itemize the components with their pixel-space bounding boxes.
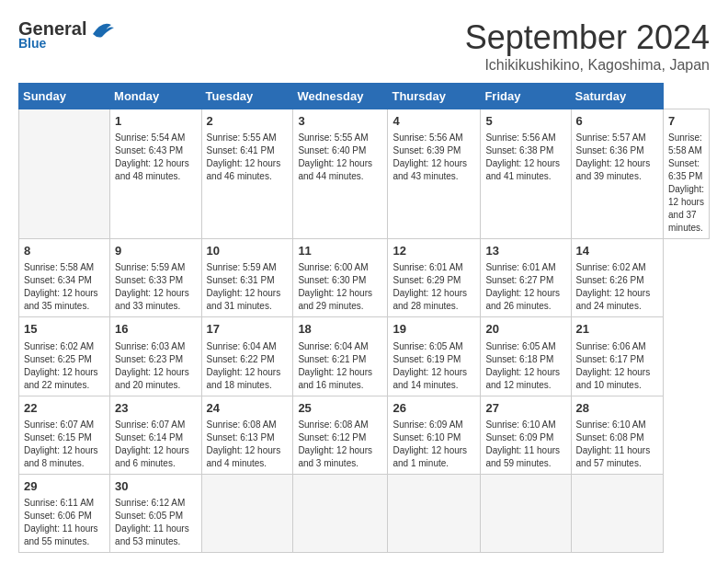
calendar-cell: 18Sunrise: 6:04 AMSunset: 6:21 PMDayligh… <box>293 317 388 396</box>
calendar-cell: 23Sunrise: 6:07 AMSunset: 6:14 PMDayligh… <box>110 396 201 474</box>
calendar-cell: 21Sunrise: 6:06 AMSunset: 6:17 PMDayligh… <box>571 317 663 396</box>
day-number: 8 <box>24 243 105 259</box>
calendar-cell: 1Sunrise: 5:54 AMSunset: 6:43 PMDaylight… <box>110 109 201 239</box>
day-number: 30 <box>115 478 196 495</box>
day-number: 19 <box>392 321 475 338</box>
calendar-cell <box>388 474 481 552</box>
calendar-cell: 15Sunrise: 6:02 AMSunset: 6:25 PMDayligh… <box>19 317 110 396</box>
calendar-cell: 28Sunrise: 6:10 AMSunset: 6:08 PMDayligh… <box>571 396 663 474</box>
day-number: 20 <box>485 321 565 338</box>
calendar-cell: 14Sunrise: 6:02 AMSunset: 6:26 PMDayligh… <box>571 239 663 317</box>
calendar-cell: 27Sunrise: 6:10 AMSunset: 6:09 PMDayligh… <box>481 396 571 474</box>
day-info: Sunrise: 5:57 AMSunset: 6:36 PMDaylight:… <box>576 132 658 183</box>
day-number: 4 <box>392 113 475 130</box>
day-number: 5 <box>485 113 565 130</box>
calendar-cell: 7Sunrise: 5:58 AMSunset: 6:35 PMDaylight… <box>664 109 710 239</box>
day-number: 28 <box>576 400 658 417</box>
weekday-header-thursday: Thursday <box>388 84 481 109</box>
day-number: 21 <box>576 321 658 338</box>
day-info: Sunrise: 5:58 AMSunset: 6:35 PMDaylight:… <box>668 132 704 235</box>
day-number: 27 <box>485 400 565 417</box>
day-number: 1 <box>115 113 196 130</box>
month-title: September 2024 <box>465 18 710 57</box>
day-info: Sunrise: 6:05 AMSunset: 6:18 PMDaylight:… <box>485 340 565 392</box>
day-number: 6 <box>576 113 658 130</box>
day-info: Sunrise: 6:08 AMSunset: 6:12 PMDaylight:… <box>298 419 382 470</box>
logo-bird-icon <box>88 20 116 39</box>
day-info: Sunrise: 5:55 AMSunset: 6:41 PMDaylight:… <box>207 132 289 183</box>
calendar-cell: 19Sunrise: 6:05 AMSunset: 6:19 PMDayligh… <box>388 317 481 396</box>
day-info: Sunrise: 6:06 AMSunset: 6:17 PMDaylight:… <box>576 340 658 392</box>
day-number: 11 <box>298 243 382 259</box>
logo: General Blue <box>18 18 116 51</box>
day-info: Sunrise: 5:59 AMSunset: 6:31 PMDaylight:… <box>207 261 289 313</box>
calendar-cell: 3Sunrise: 5:55 AMSunset: 6:40 PMDaylight… <box>293 109 388 239</box>
calendar-cell: 11Sunrise: 6:00 AMSunset: 6:30 PMDayligh… <box>293 239 388 317</box>
day-number: 12 <box>392 243 475 259</box>
day-number: 25 <box>298 400 382 417</box>
calendar-cell: 25Sunrise: 6:08 AMSunset: 6:12 PMDayligh… <box>293 396 388 474</box>
calendar-table: SundayMondayTuesdayWednesdayThursdayFrid… <box>18 83 710 553</box>
day-number: 24 <box>207 400 289 417</box>
day-info: Sunrise: 6:07 AMSunset: 6:15 PMDaylight:… <box>24 419 105 470</box>
calendar-cell <box>481 474 571 552</box>
calendar-cell <box>201 474 293 552</box>
day-info: Sunrise: 6:01 AMSunset: 6:27 PMDaylight:… <box>485 261 565 313</box>
day-info: Sunrise: 5:56 AMSunset: 6:38 PMDaylight:… <box>485 132 565 183</box>
calendar-cell <box>293 474 388 552</box>
day-info: Sunrise: 5:58 AMSunset: 6:34 PMDaylight:… <box>24 261 105 313</box>
day-info: Sunrise: 5:54 AMSunset: 6:43 PMDaylight:… <box>115 132 196 183</box>
day-number: 7 <box>668 113 704 130</box>
day-number: 16 <box>115 321 196 338</box>
day-number: 10 <box>207 243 289 259</box>
calendar-cell <box>571 474 663 552</box>
calendar-cell: 20Sunrise: 6:05 AMSunset: 6:18 PMDayligh… <box>481 317 571 396</box>
day-info: Sunrise: 6:11 AMSunset: 6:06 PMDaylight:… <box>24 497 105 548</box>
calendar-week-row: 29Sunrise: 6:11 AMSunset: 6:06 PMDayligh… <box>19 474 710 552</box>
page-header: General Blue September 2024 Ichikikushik… <box>18 18 710 74</box>
day-number: 17 <box>207 321 289 338</box>
day-info: Sunrise: 6:02 AMSunset: 6:25 PMDaylight:… <box>24 340 105 392</box>
calendar-cell: 24Sunrise: 6:08 AMSunset: 6:13 PMDayligh… <box>201 396 293 474</box>
day-number: 9 <box>115 243 196 259</box>
day-number: 15 <box>24 321 105 338</box>
calendar-cell: 29Sunrise: 6:11 AMSunset: 6:06 PMDayligh… <box>19 474 110 552</box>
calendar-week-row: 8Sunrise: 5:58 AMSunset: 6:34 PMDaylight… <box>19 239 710 317</box>
day-number: 3 <box>298 113 382 130</box>
title-block: September 2024 Ichikikushikino, Kagoshim… <box>465 18 710 74</box>
weekday-header-monday: Monday <box>110 84 201 109</box>
calendar-cell <box>19 109 110 239</box>
weekday-header-row: SundayMondayTuesdayWednesdayThursdayFrid… <box>19 84 710 109</box>
calendar-cell: 17Sunrise: 6:04 AMSunset: 6:22 PMDayligh… <box>201 317 293 396</box>
day-info: Sunrise: 6:02 AMSunset: 6:26 PMDaylight:… <box>576 261 658 313</box>
day-number: 14 <box>576 243 658 259</box>
calendar-cell: 6Sunrise: 5:57 AMSunset: 6:36 PMDaylight… <box>571 109 663 239</box>
calendar-cell: 10Sunrise: 5:59 AMSunset: 6:31 PMDayligh… <box>201 239 293 317</box>
weekday-header-tuesday: Tuesday <box>201 84 293 109</box>
weekday-header-saturday: Saturday <box>571 84 663 109</box>
calendar-week-row: 15Sunrise: 6:02 AMSunset: 6:25 PMDayligh… <box>19 317 710 396</box>
calendar-cell: 12Sunrise: 6:01 AMSunset: 6:29 PMDayligh… <box>388 239 481 317</box>
day-number: 26 <box>392 400 475 417</box>
day-info: Sunrise: 6:01 AMSunset: 6:29 PMDaylight:… <box>392 261 475 313</box>
day-number: 23 <box>115 400 196 417</box>
day-info: Sunrise: 6:00 AMSunset: 6:30 PMDaylight:… <box>298 261 382 313</box>
calendar-week-row: 1Sunrise: 5:54 AMSunset: 6:43 PMDaylight… <box>19 109 710 239</box>
day-number: 13 <box>485 243 565 259</box>
logo-blue-text: Blue <box>18 36 46 51</box>
calendar-cell: 22Sunrise: 6:07 AMSunset: 6:15 PMDayligh… <box>19 396 110 474</box>
day-info: Sunrise: 5:56 AMSunset: 6:39 PMDaylight:… <box>392 132 475 183</box>
weekday-header-sunday: Sunday <box>19 84 110 109</box>
calendar-cell: 2Sunrise: 5:55 AMSunset: 6:41 PMDaylight… <box>201 109 293 239</box>
day-info: Sunrise: 5:55 AMSunset: 6:40 PMDaylight:… <box>298 132 382 183</box>
day-info: Sunrise: 6:10 AMSunset: 6:09 PMDaylight:… <box>485 419 565 470</box>
day-info: Sunrise: 6:12 AMSunset: 6:05 PMDaylight:… <box>115 497 196 548</box>
calendar-cell: 5Sunrise: 5:56 AMSunset: 6:38 PMDaylight… <box>481 109 571 239</box>
day-info: Sunrise: 6:07 AMSunset: 6:14 PMDaylight:… <box>115 419 196 470</box>
day-info: Sunrise: 6:08 AMSunset: 6:13 PMDaylight:… <box>207 419 289 470</box>
calendar-cell: 4Sunrise: 5:56 AMSunset: 6:39 PMDaylight… <box>388 109 481 239</box>
calendar-cell: 26Sunrise: 6:09 AMSunset: 6:10 PMDayligh… <box>388 396 481 474</box>
day-info: Sunrise: 6:03 AMSunset: 6:23 PMDaylight:… <box>115 340 196 392</box>
calendar-cell: 30Sunrise: 6:12 AMSunset: 6:05 PMDayligh… <box>110 474 201 552</box>
calendar-cell: 8Sunrise: 5:58 AMSunset: 6:34 PMDaylight… <box>19 239 110 317</box>
